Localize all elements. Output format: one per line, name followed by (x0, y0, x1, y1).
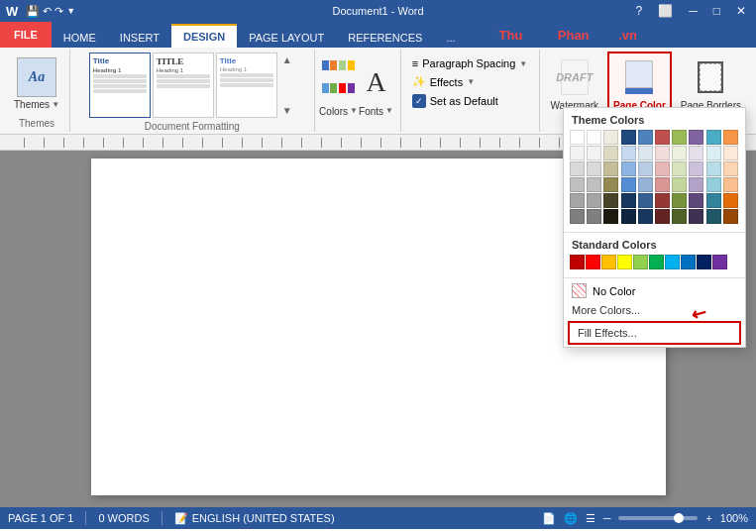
theme-color-cell[interactable] (706, 177, 721, 192)
theme-color-cell[interactable] (655, 146, 670, 160)
close-button[interactable]: ✕ (732, 4, 750, 18)
theme-color-cell[interactable] (621, 209, 636, 224)
theme-color-cell[interactable] (603, 146, 618, 160)
scroll-up[interactable]: ▲ (282, 54, 292, 65)
theme-color-cell[interactable] (603, 177, 618, 192)
theme-color-cell[interactable] (587, 193, 601, 208)
theme-color-cell[interactable] (621, 193, 636, 208)
tab-file[interactable]: FILE (0, 22, 52, 48)
theme-color-cell[interactable] (638, 209, 653, 224)
theme-color-cell[interactable] (706, 130, 721, 145)
customize-icon[interactable]: ▼ (66, 6, 75, 16)
theme-color-cell[interactable] (587, 209, 601, 224)
theme-color-cell[interactable] (603, 209, 618, 224)
help-button[interactable]: ? (632, 4, 647, 18)
no-color-item[interactable]: No Color (564, 280, 745, 301)
theme-color-cell[interactable] (638, 193, 653, 208)
view-web-icon[interactable]: 🌐 (564, 512, 578, 525)
redo-icon[interactable]: ↷ (54, 5, 63, 18)
theme-color-cell[interactable] (587, 146, 601, 160)
tab-insert[interactable]: INSERT (108, 26, 171, 48)
theme-color-cell[interactable] (672, 130, 687, 145)
theme-color-cell[interactable] (672, 209, 687, 224)
theme-color-cell[interactable] (689, 193, 703, 208)
std-color-cell[interactable] (665, 255, 680, 269)
theme-color-cell[interactable] (570, 130, 585, 145)
doc-thumb-1[interactable]: Title Heading 1 (89, 53, 151, 118)
theme-color-cell[interactable] (689, 161, 703, 176)
theme-color-cell[interactable] (689, 130, 703, 145)
std-color-cell[interactable] (570, 255, 585, 269)
theme-color-cell[interactable] (655, 209, 670, 224)
theme-color-cell[interactable] (723, 177, 738, 192)
scroll-down[interactable]: ▼ (282, 105, 292, 116)
tab-references[interactable]: REFERENCES (336, 26, 434, 48)
theme-color-cell[interactable] (638, 161, 653, 176)
std-color-cell[interactable] (633, 255, 648, 269)
theme-color-cell[interactable] (587, 161, 601, 176)
std-color-cell[interactable] (601, 255, 616, 269)
doc-thumb-3[interactable]: Title Heading 1 (216, 53, 277, 118)
theme-color-cell[interactable] (570, 177, 585, 192)
std-color-cell[interactable] (617, 255, 632, 269)
std-color-cell[interactable] (649, 255, 664, 269)
tab-more[interactable]: ... (434, 26, 467, 48)
theme-color-cell[interactable] (570, 193, 585, 208)
theme-color-cell[interactable] (621, 177, 636, 192)
save-icon[interactable]: 💾 (26, 5, 40, 18)
maximize-button[interactable]: □ (709, 4, 724, 18)
theme-color-cell[interactable] (638, 177, 653, 192)
theme-color-cell[interactable] (706, 146, 721, 160)
theme-color-cell[interactable] (587, 177, 601, 192)
std-color-cell[interactable] (697, 255, 711, 269)
ribbon-display-button[interactable]: ⬜ (654, 4, 677, 18)
zoom-out-icon[interactable]: ─ (603, 512, 611, 524)
theme-color-cell[interactable] (723, 161, 738, 176)
themes-button[interactable]: Aa Themes ▼ (10, 55, 63, 112)
theme-color-cell[interactable] (570, 146, 585, 160)
theme-color-cell[interactable] (655, 193, 670, 208)
watermark-button[interactable]: DRAFT Watermark (546, 53, 604, 115)
theme-color-cell[interactable] (587, 130, 601, 145)
theme-color-cell[interactable] (672, 177, 687, 192)
theme-color-cell[interactable] (723, 130, 738, 145)
theme-color-cell[interactable] (672, 193, 687, 208)
effects-button[interactable]: ✨ Effects ▼ (408, 73, 479, 90)
tab-home[interactable]: HOME (52, 26, 108, 48)
std-color-cell[interactable] (586, 255, 600, 269)
theme-color-cell[interactable] (655, 177, 670, 192)
theme-color-cell[interactable] (638, 130, 653, 145)
theme-color-cell[interactable] (689, 177, 703, 192)
theme-color-cell[interactable] (672, 161, 687, 176)
theme-color-cell[interactable] (723, 193, 738, 208)
doc-thumb-2[interactable]: TITLE Heading 1 (153, 53, 214, 118)
theme-color-cell[interactable] (570, 209, 585, 224)
theme-color-cell[interactable] (621, 161, 636, 176)
theme-color-cell[interactable] (655, 161, 670, 176)
tab-design[interactable]: DESIGN (171, 24, 237, 48)
zoom-slider[interactable] (618, 516, 698, 520)
set-as-default-button[interactable]: ✓ Set as Default (408, 92, 502, 110)
theme-color-cell[interactable] (621, 130, 636, 145)
paragraph-spacing-button[interactable]: ≡ Paragraph Spacing ▼ (408, 55, 532, 71)
theme-color-cell[interactable] (570, 161, 585, 176)
theme-color-cell[interactable] (621, 146, 636, 160)
fonts-button[interactable]: A Fonts ▼ (359, 59, 394, 119)
theme-color-cell[interactable] (689, 209, 703, 224)
theme-color-cell[interactable] (672, 146, 687, 160)
more-colors-item[interactable]: More Colors... (564, 301, 745, 319)
theme-color-cell[interactable] (723, 209, 738, 224)
theme-color-cell[interactable] (603, 161, 618, 176)
view-normal-icon[interactable]: 📄 (542, 512, 556, 525)
theme-color-cell[interactable] (655, 130, 670, 145)
theme-color-cell[interactable] (603, 130, 618, 145)
view-outline-icon[interactable]: ☰ (586, 512, 595, 525)
std-color-cell[interactable] (681, 255, 696, 269)
theme-color-cell[interactable] (638, 146, 653, 160)
minimize-button[interactable]: ─ (685, 4, 702, 18)
theme-color-cell[interactable] (706, 193, 721, 208)
tab-pagelayout[interactable]: PAGE LAYOUT (237, 26, 336, 48)
colors-button[interactable]: Colors ▼ (321, 59, 357, 119)
theme-color-cell[interactable] (706, 209, 721, 224)
zoom-in-icon[interactable]: + (705, 512, 711, 524)
